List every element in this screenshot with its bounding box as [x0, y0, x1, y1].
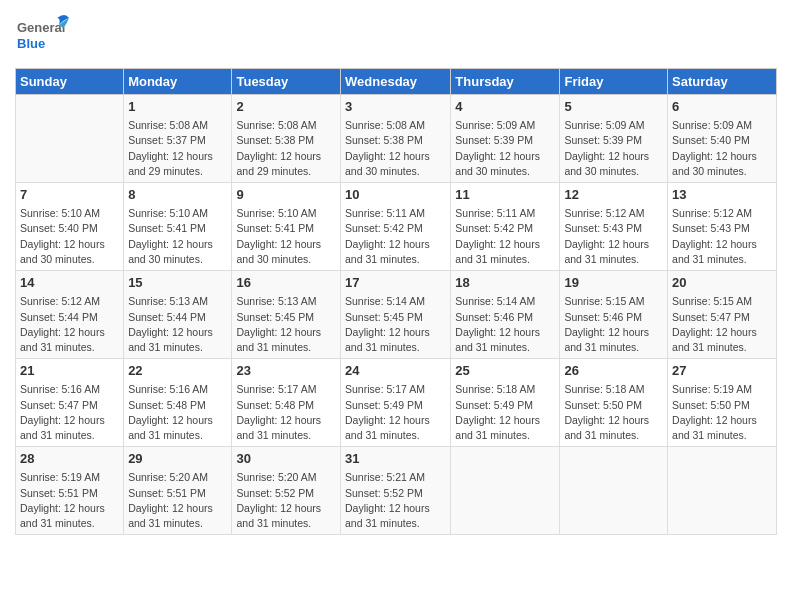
calendar-header-friday: Friday [560, 69, 668, 95]
day-number: 17 [345, 274, 446, 292]
day-info: Sunrise: 5:19 AM Sunset: 5:50 PM Dayligh… [672, 382, 772, 443]
calendar-header-monday: Monday [124, 69, 232, 95]
day-info: Sunrise: 5:14 AM Sunset: 5:46 PM Dayligh… [455, 294, 555, 355]
day-number: 24 [345, 362, 446, 380]
calendar-week-row: 7Sunrise: 5:10 AM Sunset: 5:40 PM Daylig… [16, 183, 777, 271]
calendar-cell: 31Sunrise: 5:21 AM Sunset: 5:52 PM Dayli… [341, 447, 451, 535]
page-container: General Blue SundayMondayTuesdayWednesda… [0, 0, 792, 612]
day-info: Sunrise: 5:20 AM Sunset: 5:52 PM Dayligh… [236, 470, 336, 531]
day-number: 4 [455, 98, 555, 116]
calendar-cell: 2Sunrise: 5:08 AM Sunset: 5:38 PM Daylig… [232, 95, 341, 183]
calendar-cell: 15Sunrise: 5:13 AM Sunset: 5:44 PM Dayli… [124, 271, 232, 359]
day-info: Sunrise: 5:15 AM Sunset: 5:47 PM Dayligh… [672, 294, 772, 355]
day-number: 15 [128, 274, 227, 292]
calendar-cell: 23Sunrise: 5:17 AM Sunset: 5:48 PM Dayli… [232, 359, 341, 447]
calendar-week-row: 14Sunrise: 5:12 AM Sunset: 5:44 PM Dayli… [16, 271, 777, 359]
day-info: Sunrise: 5:16 AM Sunset: 5:48 PM Dayligh… [128, 382, 227, 443]
day-number: 14 [20, 274, 119, 292]
calendar-cell: 19Sunrise: 5:15 AM Sunset: 5:46 PM Dayli… [560, 271, 668, 359]
day-number: 2 [236, 98, 336, 116]
calendar-week-row: 28Sunrise: 5:19 AM Sunset: 5:51 PM Dayli… [16, 447, 777, 535]
calendar-cell [451, 447, 560, 535]
calendar-cell: 24Sunrise: 5:17 AM Sunset: 5:49 PM Dayli… [341, 359, 451, 447]
day-number: 25 [455, 362, 555, 380]
calendar-cell: 29Sunrise: 5:20 AM Sunset: 5:51 PM Dayli… [124, 447, 232, 535]
day-number: 10 [345, 186, 446, 204]
day-info: Sunrise: 5:20 AM Sunset: 5:51 PM Dayligh… [128, 470, 227, 531]
day-number: 30 [236, 450, 336, 468]
day-info: Sunrise: 5:16 AM Sunset: 5:47 PM Dayligh… [20, 382, 119, 443]
day-number: 8 [128, 186, 227, 204]
day-info: Sunrise: 5:21 AM Sunset: 5:52 PM Dayligh… [345, 470, 446, 531]
day-info: Sunrise: 5:12 AM Sunset: 5:43 PM Dayligh… [672, 206, 772, 267]
day-info: Sunrise: 5:10 AM Sunset: 5:41 PM Dayligh… [128, 206, 227, 267]
day-number: 23 [236, 362, 336, 380]
calendar-cell [668, 447, 777, 535]
calendar-cell: 20Sunrise: 5:15 AM Sunset: 5:47 PM Dayli… [668, 271, 777, 359]
calendar-table: SundayMondayTuesdayWednesdayThursdayFrid… [15, 68, 777, 535]
calendar-body: 1Sunrise: 5:08 AM Sunset: 5:37 PM Daylig… [16, 95, 777, 535]
calendar-header-wednesday: Wednesday [341, 69, 451, 95]
day-info: Sunrise: 5:08 AM Sunset: 5:38 PM Dayligh… [345, 118, 446, 179]
day-number: 13 [672, 186, 772, 204]
calendar-cell: 26Sunrise: 5:18 AM Sunset: 5:50 PM Dayli… [560, 359, 668, 447]
day-number: 6 [672, 98, 772, 116]
day-info: Sunrise: 5:10 AM Sunset: 5:40 PM Dayligh… [20, 206, 119, 267]
day-number: 19 [564, 274, 663, 292]
calendar-cell: 5Sunrise: 5:09 AM Sunset: 5:39 PM Daylig… [560, 95, 668, 183]
logo-icon: General Blue [15, 10, 70, 60]
day-info: Sunrise: 5:08 AM Sunset: 5:38 PM Dayligh… [236, 118, 336, 179]
calendar-header-sunday: Sunday [16, 69, 124, 95]
calendar-header-tuesday: Tuesday [232, 69, 341, 95]
day-info: Sunrise: 5:14 AM Sunset: 5:45 PM Dayligh… [345, 294, 446, 355]
day-info: Sunrise: 5:10 AM Sunset: 5:41 PM Dayligh… [236, 206, 336, 267]
calendar-cell: 25Sunrise: 5:18 AM Sunset: 5:49 PM Dayli… [451, 359, 560, 447]
calendar-week-row: 1Sunrise: 5:08 AM Sunset: 5:37 PM Daylig… [16, 95, 777, 183]
day-info: Sunrise: 5:18 AM Sunset: 5:49 PM Dayligh… [455, 382, 555, 443]
day-info: Sunrise: 5:18 AM Sunset: 5:50 PM Dayligh… [564, 382, 663, 443]
day-number: 3 [345, 98, 446, 116]
day-info: Sunrise: 5:11 AM Sunset: 5:42 PM Dayligh… [345, 206, 446, 267]
calendar-cell: 12Sunrise: 5:12 AM Sunset: 5:43 PM Dayli… [560, 183, 668, 271]
calendar-cell [560, 447, 668, 535]
day-info: Sunrise: 5:13 AM Sunset: 5:45 PM Dayligh… [236, 294, 336, 355]
day-number: 18 [455, 274, 555, 292]
calendar-header-thursday: Thursday [451, 69, 560, 95]
calendar-header-row: SundayMondayTuesdayWednesdayThursdayFrid… [16, 69, 777, 95]
calendar-cell: 10Sunrise: 5:11 AM Sunset: 5:42 PM Dayli… [341, 183, 451, 271]
day-number: 29 [128, 450, 227, 468]
day-number: 12 [564, 186, 663, 204]
day-info: Sunrise: 5:08 AM Sunset: 5:37 PM Dayligh… [128, 118, 227, 179]
day-number: 11 [455, 186, 555, 204]
day-number: 22 [128, 362, 227, 380]
calendar-cell: 27Sunrise: 5:19 AM Sunset: 5:50 PM Dayli… [668, 359, 777, 447]
calendar-cell: 18Sunrise: 5:14 AM Sunset: 5:46 PM Dayli… [451, 271, 560, 359]
day-number: 7 [20, 186, 119, 204]
calendar-week-row: 21Sunrise: 5:16 AM Sunset: 5:47 PM Dayli… [16, 359, 777, 447]
calendar-cell: 14Sunrise: 5:12 AM Sunset: 5:44 PM Dayli… [16, 271, 124, 359]
day-number: 5 [564, 98, 663, 116]
logo: General Blue [15, 10, 70, 60]
calendar-cell: 28Sunrise: 5:19 AM Sunset: 5:51 PM Dayli… [16, 447, 124, 535]
calendar-cell: 1Sunrise: 5:08 AM Sunset: 5:37 PM Daylig… [124, 95, 232, 183]
day-number: 31 [345, 450, 446, 468]
day-number: 20 [672, 274, 772, 292]
calendar-cell: 30Sunrise: 5:20 AM Sunset: 5:52 PM Dayli… [232, 447, 341, 535]
calendar-cell: 13Sunrise: 5:12 AM Sunset: 5:43 PM Dayli… [668, 183, 777, 271]
calendar-cell: 6Sunrise: 5:09 AM Sunset: 5:40 PM Daylig… [668, 95, 777, 183]
calendar-header-saturday: Saturday [668, 69, 777, 95]
day-info: Sunrise: 5:17 AM Sunset: 5:48 PM Dayligh… [236, 382, 336, 443]
svg-text:Blue: Blue [17, 36, 45, 51]
day-info: Sunrise: 5:17 AM Sunset: 5:49 PM Dayligh… [345, 382, 446, 443]
day-number: 21 [20, 362, 119, 380]
day-number: 1 [128, 98, 227, 116]
day-info: Sunrise: 5:15 AM Sunset: 5:46 PM Dayligh… [564, 294, 663, 355]
header: General Blue [15, 10, 777, 60]
day-info: Sunrise: 5:09 AM Sunset: 5:39 PM Dayligh… [455, 118, 555, 179]
calendar-cell: 16Sunrise: 5:13 AM Sunset: 5:45 PM Dayli… [232, 271, 341, 359]
calendar-cell: 21Sunrise: 5:16 AM Sunset: 5:47 PM Dayli… [16, 359, 124, 447]
calendar-cell: 7Sunrise: 5:10 AM Sunset: 5:40 PM Daylig… [16, 183, 124, 271]
svg-text:General: General [17, 20, 65, 35]
day-info: Sunrise: 5:19 AM Sunset: 5:51 PM Dayligh… [20, 470, 119, 531]
day-info: Sunrise: 5:11 AM Sunset: 5:42 PM Dayligh… [455, 206, 555, 267]
